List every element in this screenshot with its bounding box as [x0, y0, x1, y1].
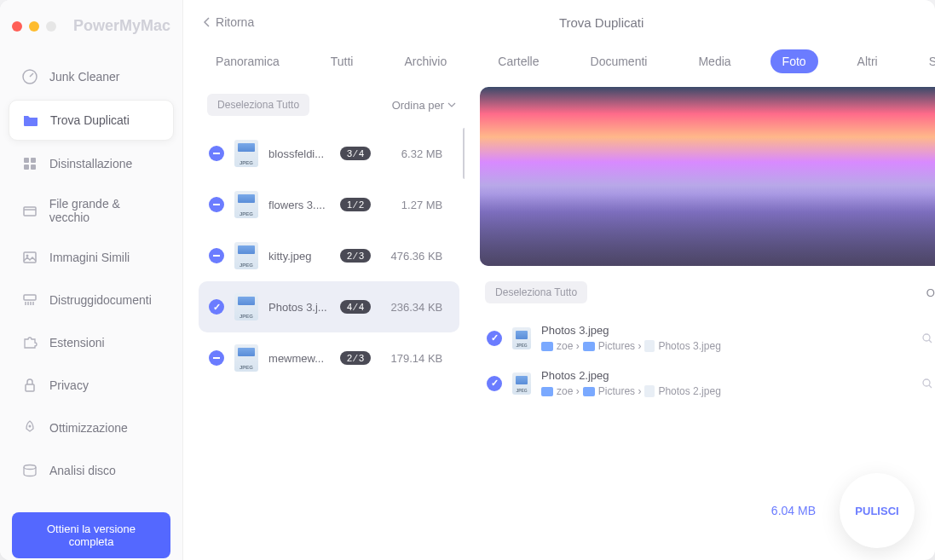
- chevron-left-icon: [204, 17, 211, 27]
- folder-icon: [541, 387, 553, 396]
- tab-2[interactable]: Archivio: [392, 49, 459, 73]
- group-checkbox[interactable]: [209, 197, 224, 212]
- image-icon: [20, 248, 39, 267]
- sidebar-item-label: Trova Duplicati: [50, 113, 130, 127]
- deselect-all-groups[interactable]: Deseleziona Tutto: [207, 94, 309, 116]
- folder-icon: [21, 111, 40, 130]
- sidebar-item-1[interactable]: Trova Duplicati: [9, 100, 174, 141]
- sidebar-item-label: Distruggidocumenti: [49, 293, 152, 307]
- clean-button[interactable]: PULISCI: [840, 473, 915, 548]
- group-row[interactable]: JPEGPhotos 3.j...4 ⁄ 4236.34 KB: [199, 281, 459, 332]
- group-name: flowers 3....: [268, 199, 330, 211]
- group-size: 1.27 MB: [381, 199, 442, 211]
- group-row[interactable]: JPEGmewmew...2 ⁄ 3179.14 KB: [199, 332, 459, 384]
- tab-8[interactable]: Selezionati: [917, 49, 935, 73]
- group-count-badge: 2 ⁄ 3: [340, 249, 371, 263]
- detail-row[interactable]: JPEGPhotos 3.jpeg zoe › Pictures › Photo…: [480, 319, 935, 357]
- scrollbar[interactable]: [463, 128, 465, 179]
- chevron-down-icon: [447, 102, 456, 107]
- sidebar-item-6[interactable]: Estensioni: [9, 323, 174, 362]
- back-button[interactable]: Ritorna: [204, 15, 254, 29]
- svg-rect-8: [24, 295, 36, 300]
- disk-icon: [20, 461, 39, 480]
- sidebar-item-7[interactable]: Privacy: [9, 366, 174, 405]
- sidebar-item-0[interactable]: Junk Cleaner: [9, 57, 174, 96]
- page-title: Trova Duplicati: [559, 15, 644, 30]
- folder-icon: [583, 342, 595, 351]
- group-size: 6.32 MB: [381, 147, 442, 160]
- group-count-badge: 3 ⁄ 4: [340, 147, 371, 160]
- sidebar-item-3[interactable]: File grande & vecchio: [9, 187, 174, 234]
- group-checkbox[interactable]: [209, 248, 224, 263]
- app-window: PowerMyMac Junk CleanerTrova DuplicatiDi…: [0, 0, 935, 560]
- svg-rect-4: [31, 165, 36, 170]
- gauge-icon: [20, 67, 39, 86]
- svg-rect-1: [24, 158, 29, 163]
- file-icon: [644, 340, 655, 352]
- sort-groups[interactable]: Ordina per: [392, 99, 456, 112]
- sidebar-item-8[interactable]: Ottimizzazione: [9, 408, 174, 447]
- jpeg-file-icon: JPEG: [512, 327, 531, 349]
- sidebar-item-label: Estensioni: [49, 336, 105, 349]
- group-checkbox[interactable]: [209, 146, 224, 161]
- maximize-window[interactable]: [46, 21, 56, 32]
- close-window[interactable]: [12, 21, 22, 32]
- group-name: kitty.jpeg: [268, 250, 330, 263]
- tab-6[interactable]: Foto: [771, 49, 818, 73]
- deselect-all-details[interactable]: Deseleziona Tutto: [485, 281, 587, 303]
- tab-1[interactable]: Tutti: [319, 49, 366, 73]
- minimize-window[interactable]: [29, 21, 39, 32]
- tab-5[interactable]: Media: [686, 49, 742, 73]
- sidebar-item-4[interactable]: Immagini Simili: [9, 238, 174, 277]
- sidebar-item-label: Analisi disco: [49, 464, 116, 477]
- upgrade-button[interactable]: Ottieni la versione completa: [12, 512, 170, 558]
- tab-7[interactable]: Altri: [846, 49, 890, 73]
- detail-checkbox[interactable]: [487, 331, 502, 346]
- back-label: Ritorna: [216, 15, 254, 29]
- group-checkbox[interactable]: [209, 299, 224, 315]
- detail-filename: Photos 3.jpeg: [541, 324, 911, 337]
- total-size: 6.04 MB: [771, 504, 816, 517]
- folder-icon: [583, 387, 595, 396]
- lock-icon: [20, 376, 39, 395]
- sidebar-item-9[interactable]: Analisi disco: [9, 451, 174, 490]
- magnifier-icon[interactable]: [921, 378, 933, 390]
- group-count-badge: 4 ⁄ 4: [340, 300, 371, 314]
- folder-icon: [541, 342, 553, 351]
- group-row[interactable]: JPEGblossfeldi...3 ⁄ 46.32 MB: [199, 128, 459, 179]
- svg-rect-6: [24, 252, 36, 263]
- sort-label: Ordina per: [926, 286, 935, 299]
- svg-rect-2: [31, 158, 36, 163]
- jpeg-file-icon: JPEG: [234, 140, 258, 167]
- jpeg-file-icon: JPEG: [234, 242, 258, 269]
- group-row[interactable]: JPEGflowers 3....1 ⁄ 21.27 MB: [199, 179, 459, 230]
- sort-details[interactable]: Ordina per: [926, 286, 935, 299]
- svg-point-13: [923, 379, 930, 386]
- tab-0[interactable]: Panoramica: [204, 49, 291, 73]
- puzzle-icon: [20, 333, 39, 352]
- group-row[interactable]: JPEGkitty.jpeg2 ⁄ 3476.36 KB: [199, 230, 459, 281]
- detail-row[interactable]: JPEGPhotos 2.jpeg zoe › Pictures › Photo…: [480, 364, 935, 402]
- detail-text: Photos 3.jpeg zoe › Pictures › Photos 3.…: [541, 324, 911, 352]
- sidebar-item-5[interactable]: Distruggidocumenti: [9, 280, 174, 320]
- group-checkbox[interactable]: [209, 350, 224, 366]
- svg-point-11: [24, 465, 36, 470]
- tab-3[interactable]: Cartelle: [486, 49, 551, 73]
- group-name: mewmew...: [268, 352, 330, 365]
- group-name: Photos 3.j...: [268, 301, 330, 314]
- sidebar-item-2[interactable]: Disinstallazione: [9, 144, 174, 183]
- group-size: 236.34 KB: [381, 301, 442, 314]
- jpeg-file-icon: JPEG: [234, 344, 258, 372]
- magnifier-icon[interactable]: [921, 332, 933, 344]
- jpeg-file-icon: JPEG: [234, 191, 258, 218]
- detail-checkbox[interactable]: [487, 376, 502, 391]
- grid-icon: [20, 154, 39, 173]
- tab-4[interactable]: Documenti: [579, 49, 660, 73]
- file-icon: [644, 385, 655, 397]
- detail-filename: Photos 2.jpeg: [541, 369, 911, 382]
- detail-text: Photos 2.jpeg zoe › Pictures › Photos 2.…: [541, 369, 911, 397]
- group-panel-header: Deseleziona Tutto Ordina per: [199, 87, 465, 128]
- brand-label: PowerMyMac: [73, 17, 170, 35]
- group-size: 476.36 KB: [381, 250, 442, 263]
- group-count-badge: 2 ⁄ 3: [340, 351, 371, 365]
